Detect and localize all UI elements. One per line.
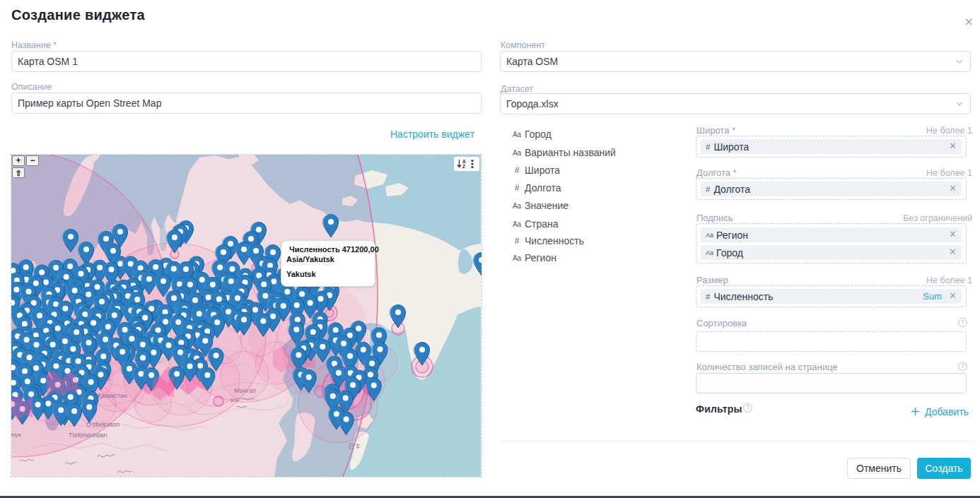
svg-text:Türkmenistan: Türkmenistan (69, 432, 107, 439)
svg-text:улс: улс (231, 396, 240, 403)
svg-text:kiye: kiye (11, 432, 22, 438)
svg-text:Монгол: Монгол (234, 387, 256, 394)
svg-text:Қазақстан: Қазақстан (98, 392, 127, 399)
svg-text:O‘zbekiston: O‘zbekiston (86, 421, 119, 428)
svg-text:Z: Z (462, 164, 465, 169)
svg-text:A: A (462, 159, 466, 164)
